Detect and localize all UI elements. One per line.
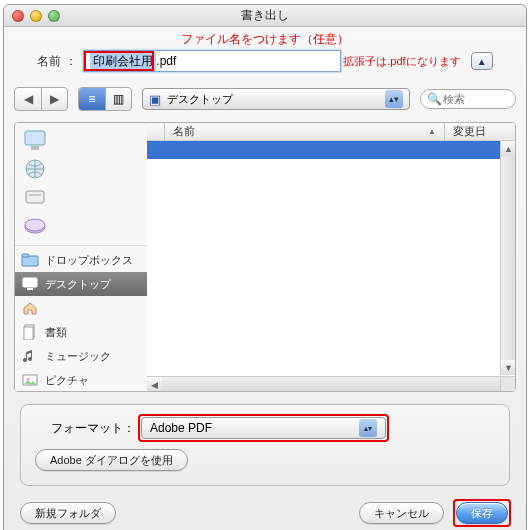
annotation-filename: ファイル名をつけます（任意） [4, 31, 526, 48]
column-header-modified[interactable]: 変更日 [445, 123, 515, 140]
annotation-save-box: 保存 [454, 500, 510, 526]
popup-arrows-icon: ▴▾ [359, 419, 377, 437]
zoom-window-button[interactable] [48, 10, 60, 22]
export-dialog-window: 書き出し ファイル名をつけます（任意） 名前： 印刷会社用.pdf 拡張子は.p… [3, 4, 527, 530]
sidebar-item-home[interactable] [15, 296, 147, 320]
annotation-extension: 拡張子は.pdfになります [343, 54, 460, 69]
sidebar-item-label: 書類 [45, 325, 67, 340]
scroll-corner [500, 376, 515, 391]
minimize-window-button[interactable] [30, 10, 42, 22]
sidebar-item-label: ミュージック [45, 349, 111, 364]
location-popup[interactable]: ▣ デスクトップ ▴▾ [142, 88, 410, 110]
scroll-up-button[interactable]: ▲ [501, 141, 515, 156]
collapse-panel-button[interactable]: ▲ [471, 52, 493, 70]
scroll-down-button[interactable]: ▼ [501, 360, 515, 375]
close-window-button[interactable] [12, 10, 24, 22]
view-column-button[interactable]: ▥ [105, 88, 131, 110]
sidebar-item-label: デスクトップ [45, 277, 111, 292]
device-hdd[interactable] [21, 183, 141, 211]
svg-point-6 [25, 219, 45, 231]
list-selection-row[interactable] [147, 141, 515, 159]
view-list-button[interactable]: ≡ [79, 88, 105, 110]
vertical-scrollbar[interactable]: ▲ ▼ [500, 141, 515, 375]
svg-rect-1 [31, 146, 39, 150]
cancel-button[interactable]: キャンセル [359, 502, 444, 524]
sidebar-item-documents[interactable]: 書類 [15, 320, 147, 344]
sidebar-item-dropbox[interactable]: ドロップボックス [15, 248, 147, 272]
format-label: フォーマット： [35, 420, 135, 437]
popup-arrows-icon: ▴▾ [385, 90, 403, 108]
format-popup[interactable]: Adobe PDF ▴▾ [141, 417, 386, 439]
nav-forward-button[interactable]: ▶ [41, 88, 67, 110]
nav-back-button[interactable]: ◀ [15, 88, 41, 110]
folder-icon: ▣ [149, 92, 161, 107]
svg-rect-0 [25, 131, 45, 145]
use-adobe-dialog-button[interactable]: Adobe ダイアログを使用 [35, 449, 188, 471]
svg-rect-9 [23, 278, 37, 287]
device-idisk[interactable] [21, 211, 141, 239]
sidebar: ドロップボックス デスクトップ 書類 ミュージック [15, 123, 147, 391]
search-icon: 🔍 [427, 92, 442, 106]
filename-input[interactable]: 印刷会社用.pdf [83, 50, 341, 72]
device-imac[interactable] [21, 127, 141, 155]
format-value: Adobe PDF [150, 421, 212, 435]
titlebar: 書き出し [4, 5, 526, 27]
window-title: 書き出し [60, 7, 470, 24]
horizontal-scrollbar[interactable]: ◀ ▶ [147, 376, 500, 391]
name-field-label: 名前： [37, 53, 77, 70]
sidebar-item-label: ドロップボックス [45, 253, 133, 268]
sidebar-item-pictures[interactable]: ピクチャ [15, 368, 147, 392]
svg-rect-3 [26, 191, 44, 203]
svg-rect-12 [24, 327, 33, 340]
sidebar-item-label: ピクチャ [45, 373, 89, 388]
file-list: 名前 変更日 ▲ ▼ ◀ ▶ [147, 123, 515, 391]
svg-rect-8 [22, 254, 29, 257]
sidebar-item-desktop[interactable]: デスクトップ [15, 272, 147, 296]
location-label: デスクトップ [167, 92, 233, 107]
column-header-name[interactable]: 名前 [165, 123, 445, 140]
svg-rect-10 [27, 288, 33, 290]
device-network[interactable] [21, 155, 141, 183]
svg-rect-4 [29, 194, 41, 196]
sidebar-item-music[interactable]: ミュージック [15, 344, 147, 368]
scroll-left-button[interactable]: ◀ [147, 377, 162, 391]
new-folder-button[interactable]: 新規フォルダ [20, 502, 116, 524]
save-button[interactable]: 保存 [456, 502, 508, 524]
